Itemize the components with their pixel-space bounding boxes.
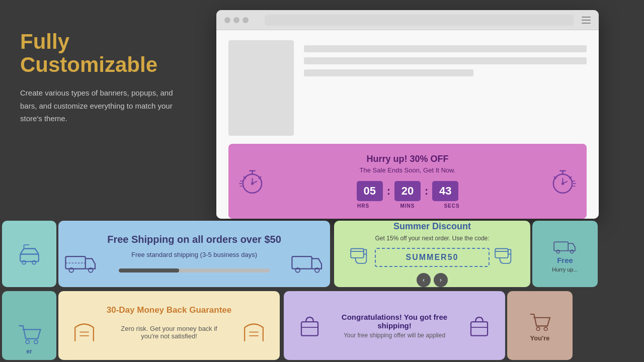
dot-yellow	[233, 17, 239, 23]
banner-subtitle: The Sale Ends Soon, Get It Now.	[266, 166, 549, 174]
progress-bar	[119, 268, 270, 273]
browser-content: Hurry up! 30% OFF The Sale Ends Soon, Ge…	[216, 30, 599, 219]
svg-rect-49	[471, 322, 488, 336]
svg-point-41	[26, 340, 29, 343]
summer-title: Summer Discount	[375, 221, 489, 232]
truck-icon-partial-right	[552, 236, 578, 256]
dot-red	[224, 17, 230, 23]
cart-icon-partial-row2	[16, 320, 43, 348]
bag-icon-left	[296, 312, 324, 339]
banner-center: Hurry up! 30% OFF The Sale Ends Soon, Ge…	[266, 154, 549, 209]
product-lines	[304, 40, 587, 136]
shipping-title: Free Shipping on all orders over $50	[107, 234, 281, 245]
sep-1: :	[387, 185, 390, 198]
summer-icons-row: Summer Discount Get 15% off your next or…	[346, 221, 518, 287]
sep-2: :	[425, 185, 428, 198]
time-labels-row: HRS MINS SECS	[266, 203, 549, 209]
card-partial-left-row2: er	[2, 291, 56, 360]
card-partial-left	[2, 221, 56, 287]
svg-point-16	[561, 183, 564, 185]
hand-icon-right	[491, 240, 518, 268]
hand-icon-left	[346, 240, 374, 268]
browser-bar	[216, 10, 599, 30]
countdown-row: 05 : 20 : 43	[266, 181, 549, 201]
main-description: Create various types of banners, popups,…	[20, 86, 191, 125]
product-area	[228, 40, 587, 136]
shipping-icons-row: Free standard shipping (3-5 business day…	[63, 249, 325, 275]
card-partial-right-row2: You're	[507, 291, 573, 360]
money-back-content: Zero risk. Get your money back if you're…	[70, 318, 268, 346]
svg-rect-36	[495, 248, 508, 257]
svg-rect-31	[292, 256, 311, 269]
mins-label: MINS	[394, 203, 421, 209]
countdown-banner: Hurry up! 30% OFF The Sale Ends Soon, Ge…	[228, 144, 587, 219]
money-back-icon-right	[240, 318, 268, 346]
money-back-subtitle: Zero risk. Get your money back if you're…	[113, 325, 225, 340]
left-panel: Fully Customizable Create various types …	[0, 0, 211, 221]
product-image-placeholder	[228, 40, 294, 136]
svg-rect-47	[301, 322, 318, 336]
product-line-1	[304, 45, 587, 52]
main-heading: Fully Customizable	[20, 30, 191, 76]
shipping-subtitle: Free standard shipping (3-5 business day…	[119, 251, 270, 273]
money-back-title: 30-Day Money Back Guarantee	[107, 305, 232, 315]
svg-rect-27	[65, 256, 85, 269]
card-free-shipping-congrats: Congratulations! You got free shipping! …	[284, 291, 505, 360]
next-arrow[interactable]: ›	[434, 273, 448, 287]
minutes-box: 20	[394, 181, 421, 201]
nav-arrows: ‹ ›	[375, 273, 489, 287]
truck-icon-right	[290, 249, 325, 275]
summer-desc: Get 15% off your next order. Use the cod…	[375, 235, 489, 242]
coupon-code: SUMMER50	[375, 248, 489, 267]
bottom-row-2: er 30-Day Money Back Guarantee Zero risk…	[0, 289, 644, 362]
congrats-title: Congratulations! You got free shipping!	[336, 313, 453, 330]
banner-title: Hurry up! 30% OFF	[266, 154, 549, 164]
congrats-text: Congratulations! You got free shipping! …	[336, 313, 453, 339]
card-shipping: Free Shipping on all orders over $50 Fre…	[58, 221, 330, 287]
free-title: Free	[557, 256, 573, 264]
congrats-content: Congratulations! You got free shipping! …	[296, 312, 493, 339]
congrats-subtitle: Your free shipping offer will be applied	[336, 332, 453, 339]
hurry-subtitle: Hurry up...	[552, 266, 578, 273]
stopwatch-right-icon	[549, 167, 577, 195]
svg-point-42	[34, 340, 37, 343]
browser-dots	[224, 17, 249, 23]
hours-box: 05	[357, 181, 383, 201]
dot-green	[243, 17, 249, 23]
sep-spacer-1	[380, 203, 390, 209]
card-partial-right: Free Hurry up...	[532, 221, 598, 287]
cart-icon-partial-right-row2	[527, 309, 552, 334]
svg-point-51	[536, 327, 540, 331]
browser-url-bar	[265, 15, 574, 26]
truck-icon-left	[63, 249, 99, 275]
browser-menu-icon	[582, 17, 591, 24]
product-line-3	[304, 69, 473, 76]
stopwatch-left-icon	[238, 167, 266, 195]
prev-arrow[interactable]: ‹	[417, 273, 431, 287]
sep-spacer-2	[425, 203, 435, 209]
money-back-icon-left	[70, 318, 98, 346]
summer-center: Summer Discount Get 15% off your next or…	[375, 221, 489, 287]
secs-label: SECS	[439, 203, 465, 209]
browser-mockup: Hurry up! 30% OFF The Sale Ends Soon, Ge…	[216, 10, 599, 219]
bag-icon-right	[465, 312, 493, 339]
product-line-2	[304, 57, 587, 64]
svg-rect-38	[554, 242, 568, 251]
progress-bar-fill	[119, 268, 179, 273]
card-money-back: 30-Day Money Back Guarantee Zero risk. G…	[58, 291, 280, 360]
ship-icon-partial	[16, 240, 43, 268]
card-summer: Summer Discount Get 15% off your next or…	[334, 221, 530, 287]
hrs-label: HRS	[350, 203, 376, 209]
bottom-row-1: Free Shipping on all orders over $50 Fre…	[0, 219, 644, 289]
youre-label: You're	[530, 334, 550, 342]
svg-point-5	[251, 183, 254, 185]
svg-point-52	[544, 327, 547, 331]
svg-rect-34	[351, 248, 364, 257]
seconds-box: 43	[432, 181, 458, 201]
